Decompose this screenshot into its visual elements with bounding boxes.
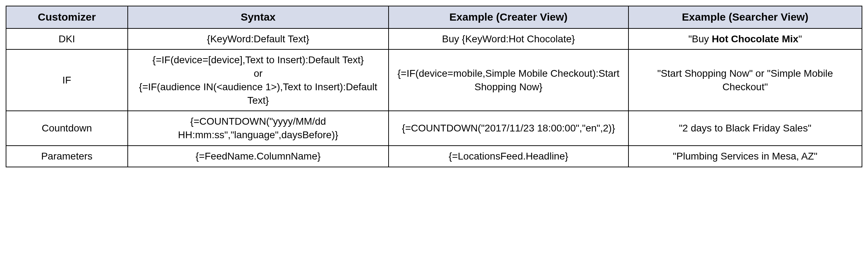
syntax-line-1: {=IF(device=[device],Text to Insert):Def… <box>133 53 384 67</box>
cell-syntax: {KeyWord:Default Text} <box>128 28 389 50</box>
cell-syntax: {=COUNTDOWN("yyyy/MM/dd HH:mm:ss","langu… <box>128 111 389 146</box>
searcher-bold: Hot Chocolate Mix <box>712 33 798 44</box>
table-row: Countdown {=COUNTDOWN("yyyy/MM/dd HH:mm:… <box>6 111 862 146</box>
table-header-row: Customizer Syntax Example (Creater View)… <box>6 6 862 28</box>
customizers-table: Customizer Syntax Example (Creater View)… <box>6 6 862 167</box>
cell-creator: Buy {KeyWord:Hot Chocolate} <box>389 28 628 50</box>
cell-creator: {=COUNTDOWN("2017/11/23 18:00:00","en",2… <box>389 111 628 146</box>
cell-searcher: "Plumbing Services in Mesa, AZ" <box>628 146 862 167</box>
cell-searcher: "2 days to Black Friday Sales" <box>628 111 862 146</box>
cell-searcher: "Buy Hot Chocolate Mix" <box>628 28 862 50</box>
header-customizer: Customizer <box>6 6 128 28</box>
cell-customizer: IF <box>6 49 128 111</box>
header-creator-view: Example (Creater View) <box>389 6 628 28</box>
table-row: Parameters {=FeedName.ColumnName} {=Loca… <box>6 146 862 167</box>
header-searcher-view: Example (Searcher View) <box>628 6 862 28</box>
searcher-prefix: "Buy <box>688 33 712 44</box>
cell-customizer: Parameters <box>6 146 128 167</box>
cell-customizer: DKI <box>6 28 128 50</box>
syntax-or: or <box>133 67 384 80</box>
syntax-line-2: {=IF(audience IN(<audience 1>),Text to I… <box>133 80 384 107</box>
cell-syntax: {=FeedName.ColumnName} <box>128 146 389 167</box>
cell-creator: {=IF(device=mobile,Simple Mobile Checkou… <box>389 49 628 111</box>
cell-searcher: "Start Shopping Now" or "Simple Mobile C… <box>628 49 862 111</box>
cell-customizer: Countdown <box>6 111 128 146</box>
cell-syntax: {=IF(device=[device],Text to Insert):Def… <box>128 49 389 111</box>
searcher-suffix: " <box>798 33 802 44</box>
header-syntax: Syntax <box>128 6 389 28</box>
cell-creator: {=LocationsFeed.Headline} <box>389 146 628 167</box>
table-row: DKI {KeyWord:Default Text} Buy {KeyWord:… <box>6 28 862 50</box>
table-row: IF {=IF(device=[device],Text to Insert):… <box>6 49 862 111</box>
